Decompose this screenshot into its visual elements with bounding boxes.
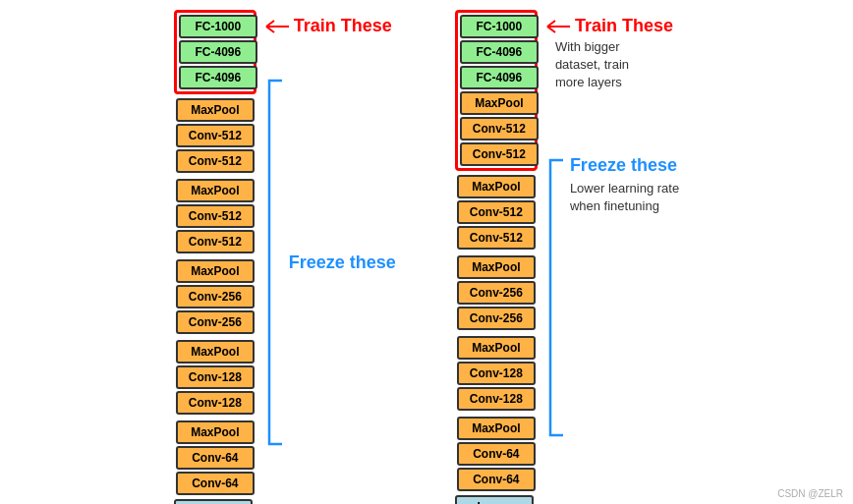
watermark: CSDN @ZELR [777,488,843,499]
main-container: FC-1000 FC-4096 FC-4096 MaxPool Conv-512… [0,0,853,504]
train-note-line1: With bigger [555,38,629,56]
train-label-left: Train These [294,16,392,36]
right-freeze-layers: MaxPool Conv-512 Conv-512 MaxPool Conv-2… [455,175,538,491]
freeze-note-line1: Lower learning rate [570,180,679,197]
train-label-right: Train These [575,16,673,36]
left-diagram: FC-1000 FC-4096 FC-4096 MaxPool Conv-512… [174,10,396,504]
image-layer-left: Image [174,499,253,504]
layer-fc4096b-left: FC-4096 [179,66,257,89]
left-layers-section: FC-1000 FC-4096 FC-4096 MaxPool Conv-512… [174,10,396,504]
train-note-line3: more layers [555,74,629,91]
layer-fc4096a-right: FC-4096 [460,40,539,64]
arrow-train-left [264,17,294,36]
train-note-line2: dataset, train [555,56,629,74]
layer-fc4096a-left: FC-4096 [179,40,257,64]
right-diagram: FC-1000 FC-4096 FC-4096 MaxPool Conv-512… [455,10,679,504]
right-layers-section: FC-1000 FC-4096 FC-4096 MaxPool Conv-512… [455,10,679,504]
layer-fc4096b-right: FC-4096 [460,66,539,89]
freeze-label-left: Freeze these [289,252,396,273]
freeze-label-right: Freeze these [570,155,679,176]
freeze-note-line2: when finetuning [570,197,679,215]
right-train-box: FC-1000 FC-4096 FC-4096 MaxPool Conv-512… [455,10,538,171]
freeze-bracket-right [545,155,565,440]
layer-fc1000-left: FC-1000 [179,15,257,38]
image-layer-right: Image [455,495,534,504]
layer-fc1000-right: FC-1000 [460,15,539,38]
arrow-train-right [545,17,575,36]
freeze-bracket-left [264,76,284,449]
left-train-box: FC-1000 FC-4096 FC-4096 [174,10,256,94]
left-freeze-layers: MaxPool Conv-512 Conv-512 MaxPool Conv-5… [174,98,256,495]
